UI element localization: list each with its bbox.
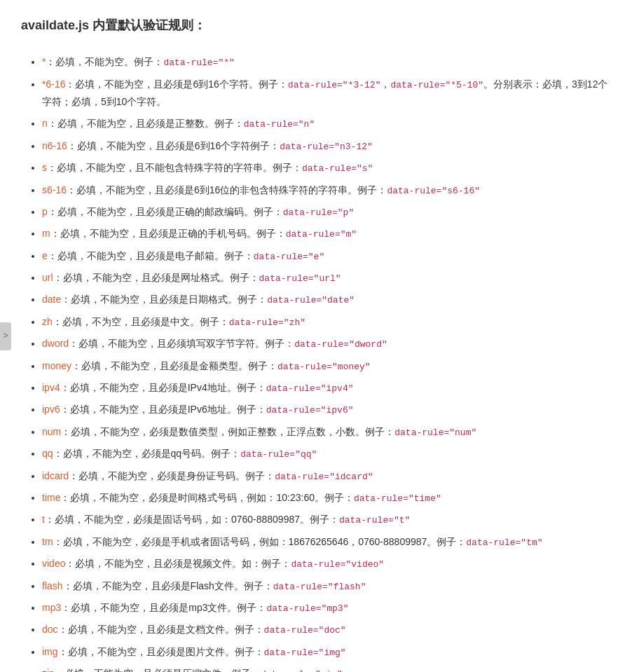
rule-example: data-rule="m" <box>286 229 357 240</box>
rule-key: tm <box>42 536 53 547</box>
rule-key: idcard <box>42 470 69 481</box>
rule-key: time <box>42 492 60 503</box>
rules-list: *：必填，不能为空。例子：data-rule="*"*6-16：必填，不能为空，… <box>21 53 611 672</box>
list-item: money：必填，不能为空，且必须是金额类型。例子：data-rule="mon… <box>42 357 611 375</box>
rule-example: data-rule="e" <box>254 252 324 262</box>
rule-key: *6-16 <box>42 78 65 90</box>
rule-example: data-rule="n3-12" <box>280 142 373 152</box>
list-item: e：必填，不能为空，且必须是电子邮箱。例子：data-rule="e" <box>42 247 611 265</box>
list-item: dword：必填，不能为空，且必须填写双字节字符。例子：data-rule="d… <box>42 335 611 352</box>
list-item: s：必填，不能为空，且不能包含特殊字符的字符串。例子：data-rule="s" <box>42 159 611 177</box>
rule-key: zip <box>42 668 55 672</box>
rule-example: data-rule="n" <box>244 119 315 130</box>
rule-key: s6-16 <box>42 184 67 196</box>
list-item: video：必填，不能为空，且必须是视频文件。如：例子：data-rule="v… <box>42 555 611 572</box>
rule-key: t <box>42 514 45 525</box>
list-item: zh：必填，不为空，且必须是中文。例子：data-rule="zh" <box>42 313 611 331</box>
rule-example: data-rule="date" <box>267 295 355 306</box>
rule-example: data-rule="time" <box>354 493 441 504</box>
rule-example: data-rule="zip" <box>261 669 343 672</box>
rule-key: ipv6 <box>42 404 60 415</box>
rule-key: flash <box>42 580 63 591</box>
rule-key: p <box>42 206 48 217</box>
rule-example: data-rule="tm" <box>466 537 542 548</box>
sidebar-toggle[interactable]: > <box>0 322 11 350</box>
rule-key: url <box>42 272 53 283</box>
rule-example: data-rule="*3-12" <box>288 80 381 90</box>
rule-key: s <box>42 162 47 173</box>
rule-key: img <box>42 646 58 657</box>
rule-key: zh <box>42 316 53 327</box>
rule-example: data-rule="dword" <box>294 339 387 350</box>
list-item: s6-16：必填，不能为空，且必须是6到16位的非包含特殊字符的字符串。例子：d… <box>42 181 611 199</box>
list-item: tm：必填，不能为空，必须是手机或者固话号码，例如：18676265646，07… <box>42 533 611 551</box>
rule-example: data-rule="img" <box>264 647 346 658</box>
rule-key: qq <box>42 448 53 459</box>
rule-example: data-rule="t" <box>339 515 410 526</box>
rule-example: data-rule="video" <box>291 559 384 570</box>
rule-example: data-rule="idcard" <box>275 472 373 482</box>
rule-example: data-rule="mp3" <box>266 603 348 614</box>
list-item: ipv6：必填，不能为空，且必须是IPv6地址。例子：data-rule="ip… <box>42 401 611 418</box>
rule-example: data-rule="ipv4" <box>266 383 354 394</box>
rule-example: data-rule="zh" <box>229 317 305 328</box>
list-item: num：必填，不能为空，必须是数值类型，例如正整数，正浮点数，小数。例子：dat… <box>42 423 611 441</box>
list-item: flash：必填，不能为空，且必须是Flash文件。例子：data-rule="… <box>42 577 611 595</box>
list-item: time：必填，不能为空，必须是时间格式号码，例如：10:23:60。例子：da… <box>42 489 611 507</box>
list-item: m：必填，不能为空，且必须是正确的手机号码。例子：data-rule="m" <box>42 225 611 242</box>
rule-example: data-rule="*" <box>163 57 234 68</box>
list-item: *6-16：必填，不能为空，且必须是6到16个字符。例子：data-rule="… <box>42 76 611 111</box>
rule-key: money <box>42 360 71 371</box>
list-item: doc：必填，不能为空，且必须是文档文件。例子：data-rule="doc" <box>42 621 611 638</box>
chevron-right-icon: > <box>3 329 8 344</box>
list-item: url：必填，不能为空，且必须是网址格式。例子：data-rule="url" <box>42 269 611 287</box>
list-item: mp3：必填，不能为空，且必须是mp3文件。例子：data-rule="mp3" <box>42 599 611 617</box>
rule-example: data-rule="flash" <box>273 582 366 592</box>
list-item: date：必填，不能为空，且必须是日期格式。例子：data-rule="date… <box>42 291 611 308</box>
rule-key: * <box>42 56 46 67</box>
list-item: idcard：必填，不能为空，必须是身份证号码。例子：data-rule="id… <box>42 467 611 485</box>
list-item: img：必填，不能为空，且必须是图片文件。例子：data-rule="img" <box>42 643 611 661</box>
rule-example: data-rule="p" <box>283 207 354 218</box>
list-item: qq：必填，不能为空，必须是qq号码。例子：data-rule="qq" <box>42 445 611 462</box>
page-title: availdate.js 内置默认验证规则： <box>21 14 611 42</box>
rule-example: data-rule="ipv6" <box>266 405 354 416</box>
rule-key: date <box>42 294 61 305</box>
rule-key: ipv4 <box>42 382 60 393</box>
rule-example: data-rule="s" <box>302 163 373 174</box>
rule-key: mp3 <box>42 602 61 613</box>
rule-key: video <box>42 558 65 569</box>
rule-key: n6-16 <box>42 140 67 151</box>
rule-example: data-rule="qq" <box>240 449 317 460</box>
list-item: zip：必填，不能为空，且必须是压缩文件。例子：data-rule="zip" <box>42 665 611 672</box>
list-item: t：必填，不能为空，必须是固话号码，如：0760-88809987。例子：dat… <box>42 511 611 528</box>
rule-key: n <box>42 118 48 129</box>
rule-key: e <box>42 250 48 261</box>
rule-key: m <box>42 228 50 239</box>
rule-example: data-rule="doc" <box>264 625 346 636</box>
rule-key: dword <box>42 338 69 349</box>
rule-example: data-rule="*5-10" <box>390 80 483 90</box>
list-item: p：必填，不能为空，且必须是正确的邮政编码。例子：data-rule="p" <box>42 203 611 221</box>
rule-key: num <box>42 426 61 437</box>
list-item: n：必填，不能为空，且必须是正整数。例子：data-rule="n" <box>42 115 611 132</box>
list-item: n6-16：必填，不能为空，且必须是6到16个字符例子：data-rule="n… <box>42 137 611 155</box>
list-item: *：必填，不能为空。例子：data-rule="*" <box>42 53 611 71</box>
rule-key: doc <box>42 624 58 635</box>
rule-example: data-rule="num" <box>394 427 476 438</box>
rule-example: data-rule="s6-16" <box>387 186 480 196</box>
rule-example: data-rule="money" <box>277 362 371 372</box>
rule-example: data-rule="url" <box>259 273 341 284</box>
list-item: ipv4：必填，不能为空，且必须是IPv4地址。例子：data-rule="ip… <box>42 379 611 397</box>
